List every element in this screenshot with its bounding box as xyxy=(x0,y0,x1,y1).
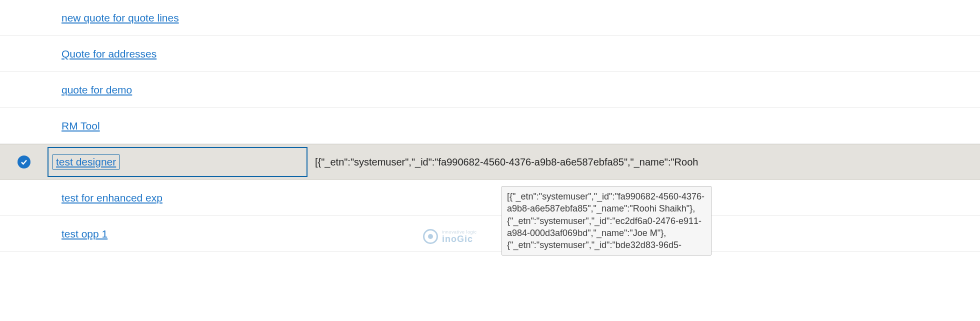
checkmark-icon xyxy=(18,156,30,168)
record-link[interactable]: test for enhanced exp xyxy=(62,192,162,204)
record-link[interactable]: test opp 1 xyxy=(62,228,108,240)
table-row[interactable]: test for enhanced exp xyxy=(0,180,980,216)
record-link[interactable]: test designer xyxy=(56,156,116,168)
table-row[interactable]: quote for demo xyxy=(0,72,980,108)
record-link[interactable]: RM Tool xyxy=(62,120,100,132)
table-row-selected[interactable]: test designer [{"_etn":"systemuser","_id… xyxy=(0,144,980,180)
focus-ring-outer: test designer xyxy=(48,147,308,177)
table-row[interactable]: Quote for addresses xyxy=(0,36,980,72)
tooltip: [{"_etn":"systemuser","_id":"fa990682-45… xyxy=(502,186,712,252)
name-cell-focused: test designer xyxy=(48,147,315,177)
name-cell: quote for demo xyxy=(48,84,315,96)
tooltip-line: [{"_etn":"systemuser","_id":"fa990682-45… xyxy=(507,190,706,215)
name-cell: new quote for quote lines xyxy=(48,12,315,24)
name-cell: test for enhanced exp xyxy=(48,192,315,204)
name-cell: test opp 1 xyxy=(48,228,315,240)
focus-ring-inner: test designer xyxy=(52,154,120,170)
data-grid: new quote for quote lines Quote for addr… xyxy=(0,0,980,252)
record-link[interactable]: new quote for quote lines xyxy=(62,12,179,24)
table-row[interactable]: RM Tool xyxy=(0,108,980,144)
name-cell: Quote for addresses xyxy=(48,48,315,60)
table-row[interactable]: test opp 1 xyxy=(0,216,980,252)
record-link[interactable]: quote for demo xyxy=(62,84,132,96)
row-selector[interactable] xyxy=(0,156,48,168)
record-link[interactable]: Quote for addresses xyxy=(62,48,156,60)
value-cell: [{"_etn":"systemuser","_id":"fa990682-45… xyxy=(315,156,980,168)
tooltip-line: {"_etn":"systemuser","_id":"bde32d83-96d… xyxy=(507,239,706,251)
table-row[interactable]: new quote for quote lines xyxy=(0,0,980,36)
name-cell: RM Tool xyxy=(48,120,315,132)
tooltip-line: {"_etn":"systemuser","_id":"ec2df6a0-247… xyxy=(507,215,706,240)
